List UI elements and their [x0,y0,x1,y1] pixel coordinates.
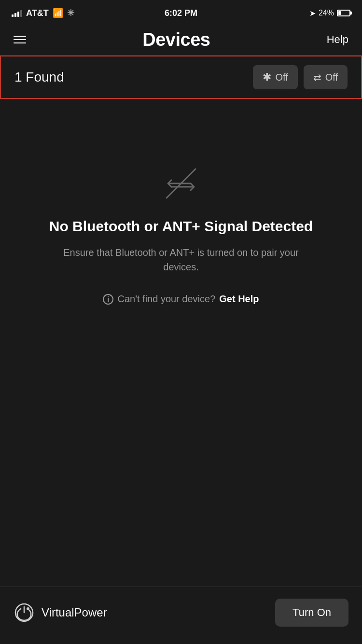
bluetooth-status: Off [275,72,288,83]
status-right: ➤ 24% [309,9,350,18]
found-count: 1 Found [14,70,64,85]
help-button[interactable]: Help [327,33,348,46]
bluetooth-icon: ✱ [263,71,271,84]
status-left: AT&T 📶 ✳ [12,8,74,18]
battery-icon [337,10,350,16]
cant-find-label: Can't find your device? [117,294,215,305]
bluetooth-filter-button[interactable]: ✱ Off [253,65,297,89]
status-time: 6:02 PM [165,8,197,18]
no-signal-icon [164,167,198,202]
get-help-row: i Can't find your device? Get Help [103,294,259,305]
info-icon: i [103,294,113,305]
activity-icon: ✳ [67,8,74,18]
status-bar: AT&T 📶 ✳ 6:02 PM ➤ 24% [0,0,362,24]
get-help-link[interactable]: Get Help [219,294,259,305]
location-icon: ➤ [309,9,316,18]
no-signal-desc: Ensure that Bluetooth or ANT+ is turned … [56,245,306,274]
bottom-bar: VirtualPower Turn On [0,587,362,644]
battery-percent: 24% [319,9,334,17]
carrier-label: AT&T [26,8,49,18]
header: Devices Help [0,24,362,55]
virtual-power-section: VirtualPower [14,602,107,623]
ant-filter-button[interactable]: ⇄ Off [304,65,348,89]
virtual-power-label: VirtualPower [42,606,107,619]
svg-point-4 [27,607,29,610]
no-signal-title: No Bluetooth or ANT+ Signal Detected [49,217,313,236]
ant-status: Off [325,72,338,83]
virtual-power-icon [14,602,35,623]
signal-bars-icon [12,9,22,17]
filter-bar: 1 Found ✱ Off ⇄ Off [0,56,362,99]
page-title: Devices [142,29,210,50]
turn-on-button[interactable]: Turn On [275,599,348,627]
wifi-icon: 📶 [53,8,63,18]
filter-buttons: ✱ Off ⇄ Off [253,65,348,89]
menu-button[interactable] [14,36,26,43]
ant-icon: ⇄ [313,71,321,83]
main-content: No Bluetooth or ANT+ Signal Detected Ens… [0,128,362,343]
